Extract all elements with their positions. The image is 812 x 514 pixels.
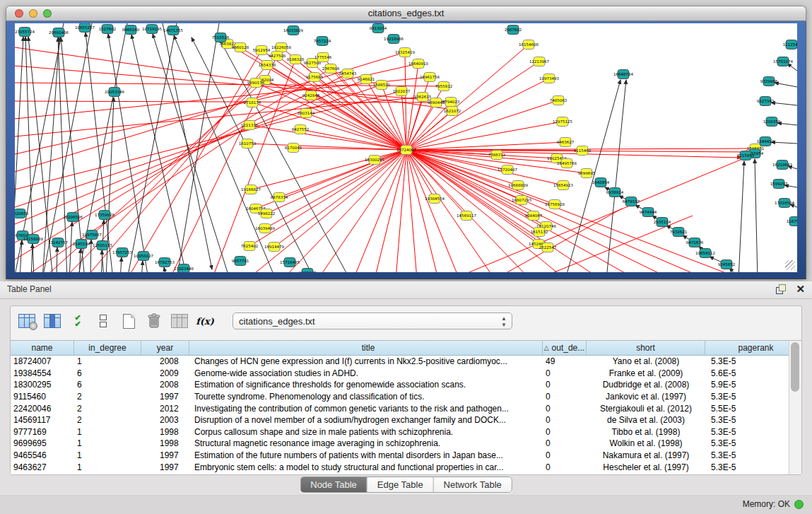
table-row[interactable]: 969969511998Structural magnetic resonanc… xyxy=(11,438,801,450)
graph-node[interactable]: 16782753 xyxy=(155,258,175,267)
table-row[interactable]: 2242004622012Investigating the contribut… xyxy=(11,402,801,414)
graph-edge[interactable] xyxy=(739,161,744,272)
graph-edge[interactable] xyxy=(277,56,406,150)
graph-edge[interactable] xyxy=(265,80,406,150)
graph-node[interactable]: 9242848 xyxy=(302,91,320,100)
row-height-icon[interactable] xyxy=(94,312,112,330)
graph-node[interactable]: 16033809 xyxy=(283,26,303,35)
graph-edge[interactable] xyxy=(120,257,122,272)
table-scrollbar[interactable] xyxy=(789,341,801,474)
graph-node[interactable]: 11923448 xyxy=(174,264,194,273)
graph-node[interactable]: 8466160 xyxy=(122,25,140,35)
graph-node[interactable]: 8170041 xyxy=(285,144,302,153)
table-row[interactable]: 1938455462009Genome-wide association stu… xyxy=(11,368,801,380)
graph-node[interactable]: 17957253 xyxy=(112,248,132,257)
column-header-indegree[interactable]: in_degree xyxy=(74,341,141,355)
graph-node[interactable]: 1588520 xyxy=(373,81,391,90)
graph-node[interactable]: 14569117 xyxy=(457,211,476,221)
graph-edge[interactable] xyxy=(755,159,758,272)
graph-edge[interactable] xyxy=(247,144,406,150)
graph-node[interactable]: 2803144 xyxy=(298,109,315,118)
graph-edge[interactable] xyxy=(406,150,417,272)
table-panel-titlebar[interactable]: Table Panel ✕ xyxy=(0,281,812,299)
graph-node[interactable]: 15654923 xyxy=(553,181,573,190)
graph-node[interactable]: 9857791 xyxy=(232,257,249,266)
graph-node[interactable]: 20691406 xyxy=(49,28,69,37)
graph-node[interactable]: 1527602 xyxy=(99,25,117,34)
select-rows-icon[interactable]: ✔✔ xyxy=(69,312,87,330)
delete-table-icon[interactable] xyxy=(145,312,163,330)
graph-node[interactable]: 16961758 xyxy=(420,73,440,82)
column-header-pagerank[interactable]: pagerank xyxy=(705,341,801,355)
graph-edge[interactable] xyxy=(267,65,406,150)
graph-node[interactable]: 19218986 xyxy=(384,35,404,44)
graph-node[interactable]: 1640954 xyxy=(592,178,610,187)
graph-edge[interactable] xyxy=(61,37,85,272)
network-canvas[interactable]: 7663822986012859129541654338234200498901… xyxy=(15,23,797,272)
graph-node[interactable]: 15716485 xyxy=(280,258,300,267)
function-builder-icon[interactable]: f(x) xyxy=(196,312,214,330)
graph-node[interactable]: 18325419 xyxy=(395,48,415,57)
graph-node[interactable]: 1599297 xyxy=(770,180,788,189)
column-header-year[interactable]: year xyxy=(141,341,189,355)
window-titlebar[interactable]: citations_edges.txt xyxy=(6,6,806,21)
graph-node[interactable]: 18226058 xyxy=(271,43,291,52)
graph-node[interactable]: 9427508 xyxy=(269,52,286,61)
graph-edge[interactable] xyxy=(396,150,406,272)
graph-node[interactable]: 1810753 xyxy=(239,139,257,148)
table-row[interactable]: 946554611997Estimation of the future num… xyxy=(11,450,801,462)
table-row[interactable]: 977716911998Corpus callosum shape and si… xyxy=(11,426,801,438)
graph-edge[interactable] xyxy=(192,37,314,272)
table-row[interactable]: 1830029562008Estimation of significance … xyxy=(11,379,801,391)
graph-node[interactable]: 12975125 xyxy=(553,117,572,127)
table-row[interactable]: 1872400712008Changes of HCN gene express… xyxy=(11,356,801,368)
graph-node[interactable]: 20053346 xyxy=(105,88,124,97)
column-header-outde[interactable]: △out_de... xyxy=(543,341,587,355)
tab-edge-table[interactable]: Edge Table xyxy=(367,477,433,492)
graph-node[interactable]: 8878334 xyxy=(271,193,288,202)
graph-node[interactable]: 7955812 xyxy=(435,82,453,91)
graph-node[interactable]: 10958107 xyxy=(134,252,153,261)
graph-edge[interactable] xyxy=(565,80,620,272)
graph-node[interactable]: 8813054 xyxy=(370,24,387,33)
graph-edge[interactable] xyxy=(221,42,350,272)
graph-node[interactable]: 2620650 xyxy=(15,209,29,218)
graph-node[interactable]: 9641007 xyxy=(299,269,317,273)
graph-node[interactable]: 18300295 xyxy=(365,156,384,165)
graph-node[interactable]: 16039489 xyxy=(255,224,275,233)
graph-edge[interactable] xyxy=(31,244,33,272)
canvas-resize-grip[interactable] xyxy=(785,260,795,270)
graph-node[interactable]: 1209358 xyxy=(763,117,781,127)
graph-edge[interactable] xyxy=(406,150,671,272)
graph-edge[interactable] xyxy=(406,150,707,272)
graph-node[interactable]: 9699695 xyxy=(578,169,596,178)
graph-edge[interactable] xyxy=(771,142,797,144)
graph-node[interactable]: 1621072 xyxy=(444,107,461,116)
graph-edge[interactable] xyxy=(90,240,91,272)
graph-node[interactable]: 8186328 xyxy=(287,55,305,64)
graph-node[interactable]: 12213967 xyxy=(529,57,549,66)
table-row[interactable]: 1456911722003Disruption of a novel membe… xyxy=(11,414,801,426)
table-row[interactable]: 911546021997Tourette syndrome. Phenomeno… xyxy=(11,391,801,403)
graph-node[interactable]: 2087682 xyxy=(505,25,522,35)
graph-node[interactable]: 16648784 xyxy=(613,70,633,79)
column-header-name[interactable]: name xyxy=(11,341,74,355)
graph-node[interactable]: 16154808 xyxy=(519,40,539,49)
table-settings-icon[interactable] xyxy=(18,312,36,330)
graph-node[interactable]: 9146821 xyxy=(358,75,375,84)
graph-edge[interactable] xyxy=(69,222,72,272)
graph-node[interactable]: 9227343 xyxy=(757,97,775,106)
graph-edge[interactable] xyxy=(775,83,797,87)
graph-node[interactable]: 7485063 xyxy=(550,96,567,105)
graph-edge[interactable] xyxy=(131,35,187,272)
graph-node[interactable]: 10719195 xyxy=(142,25,162,34)
graph-edge[interactable] xyxy=(108,34,148,272)
graph-edge[interactable] xyxy=(58,37,67,272)
graph-edge[interactable] xyxy=(127,23,177,272)
graph-node[interactable]: 23055724 xyxy=(15,28,35,37)
graph-node[interactable]: 15751074 xyxy=(773,57,793,66)
graph-edge[interactable] xyxy=(406,97,423,150)
graph-edge[interactable] xyxy=(537,216,693,272)
graph-node[interactable]: 19166827 xyxy=(241,185,261,194)
graph-node[interactable]: 7625402 xyxy=(241,242,259,251)
